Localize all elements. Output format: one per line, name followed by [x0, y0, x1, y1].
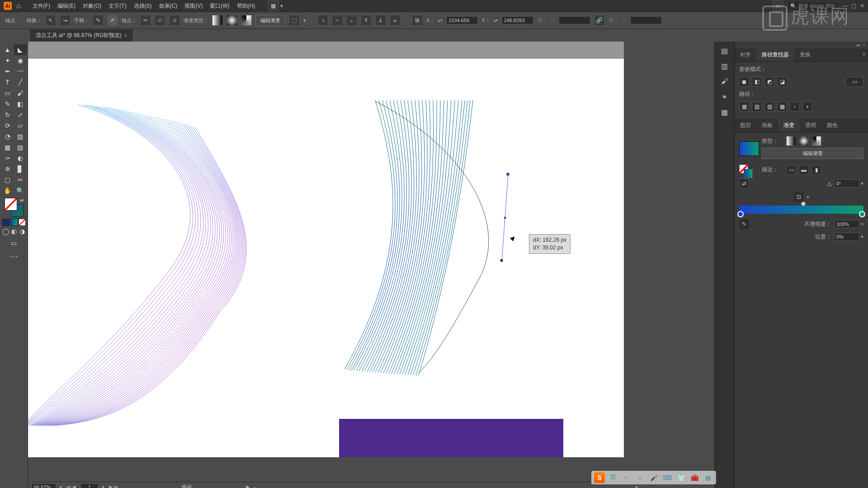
color-swatch-icon[interactable] [2, 219, 9, 226]
ime-language-icon[interactable]: 英 [608, 472, 618, 483]
slice-tool-icon[interactable]: ✂ [14, 174, 27, 185]
align-left-icon[interactable]: ⫞ [317, 15, 328, 26]
draw-behind-icon[interactable]: ◐ [10, 228, 18, 235]
screen-mode-icon[interactable]: ▭ [8, 238, 20, 249]
page-input[interactable] [80, 483, 99, 488]
gradient-stop-right[interactable] [859, 211, 865, 217]
chevron-down-icon[interactable]: ▾ [807, 194, 809, 200]
document-tab[interactable]: 混合工具.ai* @ 66.67% (RGB/预览) × [30, 29, 133, 42]
expand-button[interactable]: ▭ [845, 77, 863, 87]
stroke-within-icon[interactable]: ▭ [786, 165, 796, 175]
none-swatch-icon[interactable] [19, 219, 26, 226]
libraries-panel-icon[interactable]: ▥ [717, 60, 732, 72]
draw-inside-icon[interactable]: ◑ [19, 228, 26, 235]
menu-select[interactable]: 选择(S) [130, 2, 156, 10]
prev-page-icon[interactable]: ◀ [72, 484, 76, 488]
divide-icon[interactable]: ▦ [739, 102, 749, 112]
menu-view[interactable]: 视图(V) [181, 2, 206, 10]
chevron-down-icon[interactable]: ▾ [60, 485, 62, 488]
gradient-slider[interactable] [739, 206, 863, 214]
search-input[interactable]: 🔍 搜索 Adobe 帮助 [787, 1, 839, 11]
radial-gradient-icon[interactable] [799, 136, 809, 146]
align-vcenter-icon[interactable]: ⫫ [375, 15, 386, 26]
close-icon[interactable]: × [124, 33, 127, 39]
gradient-midpoint-icon[interactable] [801, 201, 806, 206]
gradient-tool-icon[interactable]: ▧ [14, 142, 27, 153]
play-icon[interactable]: ▶ [246, 484, 250, 488]
artboard-tool-icon[interactable]: ▢ [1, 174, 14, 185]
swatches-panel-icon[interactable]: ▦ [717, 106, 732, 118]
arrow-icon[interactable]: ‹ [254, 484, 256, 488]
width-tool-icon[interactable]: ⟳ [1, 120, 14, 131]
remove-anchor-icon[interactable]: ✂ [140, 15, 151, 26]
properties-panel-icon[interactable]: ▤ [717, 44, 732, 57]
stroke-along-icon[interactable]: ▬ [799, 165, 809, 175]
symbols-panel-icon[interactable]: ✶ [717, 90, 732, 103]
tab-transform[interactable]: 变换 [794, 48, 816, 61]
align-hcenter-icon[interactable]: ⫟ [332, 15, 343, 26]
edit-gradient-button[interactable]: 编辑渐变 [255, 15, 285, 26]
isolate-icon[interactable]: ⬚ [289, 15, 300, 26]
angle-input[interactable] [834, 179, 859, 188]
gradient-swatch-icon[interactable] [10, 219, 18, 226]
ime-grid-icon[interactable]: ▦ [703, 472, 713, 483]
x-input[interactable] [446, 16, 478, 24]
tab-pathfinder[interactable]: 路径查找器 [756, 48, 794, 61]
last-page-icon[interactable]: ⏭ [114, 484, 118, 488]
chevron-down-icon[interactable]: ▾ [102, 485, 104, 488]
rotate-tool-icon[interactable]: ↻ [1, 109, 14, 120]
scroll-arrow-icon[interactable]: ▸ [636, 484, 638, 488]
stroke-across-icon[interactable]: ▮ [811, 165, 821, 175]
blend-tool-icon[interactable]: ◐ [14, 153, 27, 164]
ime-keyboard-icon[interactable]: ⌨ [662, 472, 673, 483]
convert-smooth-icon[interactable]: ↝ [60, 15, 71, 26]
column-graph-tool-icon[interactable]: ▊ [14, 164, 27, 174]
close-icon[interactable]: × [863, 42, 865, 47]
linear-gradient-icon[interactable] [786, 136, 796, 146]
reverse-gradient-icon[interactable]: ⇄ [739, 178, 749, 188]
aspect-lock-icon[interactable]: ⊡ [794, 192, 804, 202]
ime-skin-icon[interactable]: 👕 [675, 472, 686, 483]
crop-icon[interactable]: ▩ [777, 102, 787, 112]
tab-color[interactable]: 颜色 [821, 119, 843, 132]
brushes-panel-icon[interactable]: 🖌 [717, 75, 732, 88]
eyedropper-icon[interactable]: ✎ [739, 219, 749, 229]
collapse-icon[interactable]: ◂◂ [856, 42, 860, 47]
panel-menu-icon[interactable]: ≡ [859, 48, 868, 61]
zoom-tool-icon[interactable]: 🔍 [14, 185, 27, 196]
lasso-tool-icon[interactable]: ◉ [14, 55, 27, 66]
more-tools-icon[interactable]: ⋯ [10, 251, 18, 261]
ime-logo-icon[interactable]: S [594, 472, 605, 483]
free-transform-tool-icon[interactable]: ▱ [14, 120, 27, 131]
perspective-tool-icon[interactable]: ▨ [14, 131, 27, 142]
tab-gradient[interactable]: 渐变 [778, 119, 800, 132]
draw-normal-icon[interactable]: ◯ [2, 228, 9, 235]
link-icon[interactable]: 🔗 [594, 15, 605, 26]
linear-gradient-icon[interactable] [212, 15, 223, 26]
ime-voice-icon[interactable]: 🎤 [648, 472, 659, 483]
menu-object[interactable]: 对象(O) [79, 2, 105, 10]
symbol-sprayer-tool-icon[interactable]: ✲ [1, 164, 14, 174]
radial-gradient-icon[interactable] [226, 15, 237, 26]
chevron-down-icon[interactable]: ▾ [861, 235, 863, 239]
selection-tool-icon[interactable]: ▲ [1, 44, 14, 55]
cut-path-icon[interactable]: ⊃ [169, 15, 180, 26]
reference-point-icon[interactable]: ⊞ [412, 15, 423, 26]
ime-bar[interactable]: S 英 •, ☺ 🎤 ⌨ 👕 🧰 ▦ [591, 471, 716, 484]
minus-back-icon[interactable]: ▪ [802, 102, 812, 112]
connect-anchor-icon[interactable]: ⊂ [155, 15, 165, 26]
arrange-icon[interactable]: ▭ [773, 0, 783, 11]
direct-selection-tool-icon[interactable]: ◣ [14, 44, 27, 55]
essentials-icon[interactable]: ▦ [268, 0, 278, 11]
exclude-icon[interactable]: ◪ [777, 77, 787, 87]
fill-color-icon[interactable] [5, 198, 17, 211]
tab-align[interactable]: 对齐 [735, 48, 756, 61]
edit-gradient-button[interactable]: 编辑渐变 [762, 148, 863, 159]
maximize-icon[interactable]: ▢ [851, 3, 856, 9]
hand-tool-icon[interactable]: ✋ [1, 185, 14, 196]
first-page-icon[interactable]: ⏮ [66, 484, 71, 488]
zoom-input[interactable] [32, 483, 56, 488]
align-right-icon[interactable]: ⫠ [346, 15, 357, 26]
shaper-tool-icon[interactable]: ✎ [1, 99, 14, 109]
align-top-icon[interactable]: ⫪ [361, 15, 372, 26]
